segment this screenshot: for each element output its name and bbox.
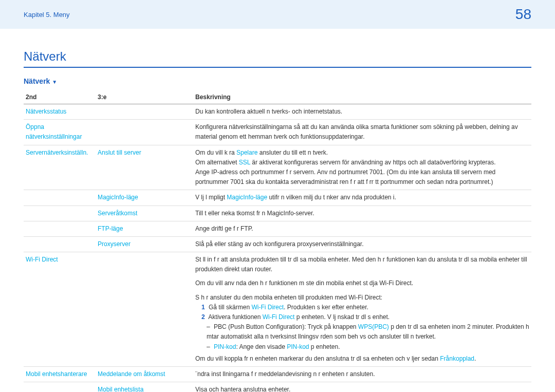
table-row: Mobil enhetshanterare Meddelande om åtko… <box>24 366 531 382</box>
table-row: Öppna nätverksinställningar Konfigurera … <box>24 120 531 145</box>
col-header-3e: 3:e <box>96 90 193 104</box>
table-row: FTP-läge Ange driftl ge f r FTP. <box>24 221 531 236</box>
row-ftp-lage: FTP-läge <box>96 221 193 236</box>
page-content: Nätverk Nätverk ▼ 2nd 3:e Beskrivning Nä… <box>0 29 555 392</box>
row-anslut-server: Anslut till server <box>96 145 193 190</box>
row-desc: Till t eller neka tkomst fr n MagicInfo-… <box>193 206 531 221</box>
row-mobil-enhetslista: Mobil enhetslista <box>96 382 193 392</box>
row-wifi-direct: Wi-Fi Direct <box>24 252 96 367</box>
row-desc: Visa och hantera anslutna enheter. <box>193 382 531 392</box>
chapter-title: Kapitel 5. Meny <box>24 11 70 18</box>
row-desc: Du kan kontrollera aktuell n tverks- och… <box>193 104 531 120</box>
section-label: Nätverk ▼ <box>24 77 531 85</box>
row-serveratkomst: Serveråtkomst <box>96 206 193 221</box>
row-desc: Ange driftl ge f r FTP. <box>193 221 531 236</box>
row-magicinfo-lage: MagicInfo-läge <box>96 190 193 206</box>
row-desc: V lj l mpligt MagicInfo-läge utifr n vil… <box>193 190 531 206</box>
page-title: Nätverk <box>24 49 531 68</box>
triangle-down-icon: ▼ <box>52 79 57 85</box>
settings-table: 2nd 3:e Beskrivning Nätverksstatus Du ka… <box>24 90 531 392</box>
row-natverksstatus: Nätverksstatus <box>24 104 96 120</box>
row-desc: Konfigurera nätverksinställningarna så a… <box>193 120 531 145</box>
row-meddelande-atkomst: Meddelande om åtkomst <box>96 366 193 382</box>
section-label-text: Nätverk <box>24 77 50 85</box>
page-header: Kapitel 5. Meny 58 <box>0 0 555 29</box>
table-row: Mobil enhetslista Visa och hantera anslu… <box>24 382 531 392</box>
table-row: Nätverksstatus Du kan kontrollera aktuel… <box>24 104 531 120</box>
table-row: Servernätverksinställn. Anslut till serv… <box>24 145 531 190</box>
row-desc: Slå på eller stäng av och konfigurera pr… <box>193 236 531 252</box>
table-row: Wi-Fi Direct St ll in f r att ansluta pr… <box>24 252 531 367</box>
row-oppna: Öppna nätverksinställningar <box>24 120 96 145</box>
row-desc: St ll in f r att ansluta produkten till … <box>193 252 531 367</box>
row-desc: Om du vill k ra Spelare ansluter du till… <box>193 145 531 190</box>
table-row: Proxyserver Slå på eller stäng av och ko… <box>24 236 531 252</box>
row-mobil-enhetshanterare: Mobil enhetshanterare <box>24 366 96 382</box>
page-number: 58 <box>515 6 531 23</box>
table-row: Serveråtkomst Till t eller neka tkomst f… <box>24 206 531 221</box>
row-desc: ¨ndra inst llningarna f r meddelandevisn… <box>193 366 531 382</box>
col-header-2nd: 2nd <box>24 90 96 104</box>
col-header-desc: Beskrivning <box>193 90 531 104</box>
table-row: MagicInfo-läge V lj l mpligt MagicInfo-l… <box>24 190 531 206</box>
row-servernatverk: Servernätverksinställn. <box>24 145 96 190</box>
table-header-row: 2nd 3:e Beskrivning <box>24 90 531 104</box>
row-proxyserver: Proxyserver <box>96 236 193 252</box>
